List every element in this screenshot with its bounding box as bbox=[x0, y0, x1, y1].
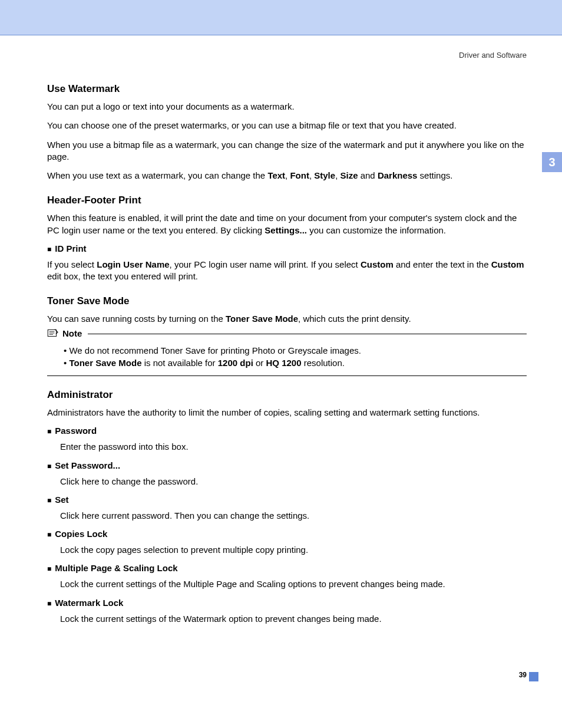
page-number: 39 bbox=[519, 671, 527, 679]
note-header: Note bbox=[47, 328, 88, 338]
section-title-watermark: Use Watermark bbox=[47, 83, 527, 95]
list-item-set: ■ Set bbox=[47, 495, 527, 506]
set-desc: Click here current password. Then you ca… bbox=[60, 510, 527, 522]
page-content: Driver and Software 3 Use Watermark You … bbox=[0, 35, 562, 703]
mps-lock-label: Multiple Page & Scaling Lock bbox=[55, 563, 177, 573]
square-bullet-icon: ■ bbox=[47, 426, 51, 437]
id-print-label: ID Print bbox=[55, 243, 86, 253]
bold-size: Size bbox=[340, 170, 358, 180]
bold-darkness: Darkness bbox=[378, 170, 418, 180]
list-item-set-password: ■ Set Password... bbox=[47, 460, 527, 472]
bold-hq1200: HQ 1200 bbox=[266, 358, 301, 368]
watermark-p3: When you use a bitmap file as a watermar… bbox=[47, 139, 527, 163]
text-run: , which cuts the print density. bbox=[298, 314, 411, 324]
bold-text: Text bbox=[267, 170, 285, 180]
bold-settings: Settings... bbox=[265, 225, 307, 235]
bold-style: Style bbox=[314, 170, 335, 180]
square-bullet-icon: ■ bbox=[47, 529, 51, 541]
toner-p1: You can save running costs by turning on… bbox=[47, 313, 527, 325]
section-title-admin: Administrator bbox=[47, 389, 527, 401]
set-label: Set bbox=[55, 495, 68, 505]
bold-toner-save: Toner Save Mode bbox=[226, 314, 298, 324]
text-run: You can save running costs by turning on… bbox=[47, 314, 226, 324]
copies-lock-desc: Lock the copy pages selection to prevent… bbox=[60, 544, 527, 556]
square-bullet-icon: ■ bbox=[47, 460, 51, 472]
watermark-p1: You can put a logo or text into your doc… bbox=[47, 101, 527, 113]
list-item-mps-lock: ■ Multiple Page & Scaling Lock bbox=[47, 563, 527, 575]
text-run: When you use text as a watermark, you ca… bbox=[47, 170, 267, 180]
list-item-copies-lock: ■ Copies Lock bbox=[47, 529, 527, 541]
square-bullet-icon: ■ bbox=[47, 598, 51, 610]
id-print-desc: If you select Login User Name, your PC l… bbox=[47, 259, 527, 283]
password-desc: Enter the password into this box. bbox=[60, 441, 527, 453]
text-run: If you select bbox=[47, 259, 97, 269]
list-item-password: ■ Password bbox=[47, 426, 527, 437]
watermark-lock-desc: Lock the current settings of the Waterma… bbox=[60, 613, 527, 625]
bold-font: Font bbox=[290, 170, 309, 180]
bold-custom: Custom bbox=[361, 259, 394, 269]
bold-login-user-name: Login User Name bbox=[97, 259, 169, 269]
password-label: Password bbox=[55, 426, 97, 436]
bold-toner-save-mode: Toner Save Mode bbox=[69, 358, 141, 368]
header-footer-p1: When this feature is enabled, it will pr… bbox=[47, 212, 527, 236]
text-run: edit box, the text you entered will prin… bbox=[47, 271, 198, 281]
watermark-p2: You can choose one of the preset waterma… bbox=[47, 120, 527, 131]
note-item-1: We do not recommend Toner Save for print… bbox=[64, 344, 527, 357]
square-bullet-icon: ■ bbox=[47, 495, 51, 506]
section-title-header-footer: Header-Footer Print bbox=[47, 195, 527, 206]
note-list: We do not recommend Toner Save for print… bbox=[47, 344, 527, 370]
text-run: resolution. bbox=[302, 358, 345, 368]
watermark-p4: When you use text as a watermark, you ca… bbox=[47, 170, 527, 182]
text-run: or bbox=[253, 358, 266, 368]
note-item-2: Toner Save Mode is not available for 120… bbox=[64, 357, 527, 370]
text-run: you can customize the information. bbox=[307, 225, 446, 235]
bold-custom-2: Custom bbox=[491, 259, 524, 269]
bold-1200dpi: 1200 dpi bbox=[218, 358, 253, 368]
text-run: and enter the text in the bbox=[394, 259, 491, 269]
set-password-desc: Click here to change the password. bbox=[60, 476, 527, 487]
text-run: and bbox=[358, 170, 378, 180]
top-banner bbox=[0, 0, 562, 35]
note-icon bbox=[47, 328, 59, 338]
admin-p1: Administrators have the authority to lim… bbox=[47, 407, 527, 419]
section-title-toner: Toner Save Mode bbox=[47, 295, 527, 307]
note-box: Note We do not recommend Toner Save for … bbox=[47, 334, 527, 377]
list-item-id-print: ■ ID Print bbox=[47, 243, 527, 255]
copies-lock-label: Copies Lock bbox=[55, 529, 107, 539]
watermark-lock-label: Watermark Lock bbox=[55, 598, 123, 608]
square-bullet-icon: ■ bbox=[47, 563, 51, 575]
text-run: settings. bbox=[417, 170, 452, 180]
list-item-watermark-lock: ■ Watermark Lock bbox=[47, 598, 527, 610]
text-run: , your PC login user name will print. If… bbox=[170, 259, 361, 269]
page-number-accent bbox=[529, 672, 538, 681]
set-password-label: Set Password... bbox=[55, 460, 120, 470]
mps-lock-desc: Lock the current settings of the Multipl… bbox=[60, 578, 527, 590]
note-title: Note bbox=[62, 328, 82, 338]
chapter-tab: 3 bbox=[542, 152, 562, 172]
square-bullet-icon: ■ bbox=[47, 243, 51, 255]
breadcrumb: Driver and Software bbox=[47, 51, 527, 60]
text-run: is not available for bbox=[142, 358, 218, 368]
